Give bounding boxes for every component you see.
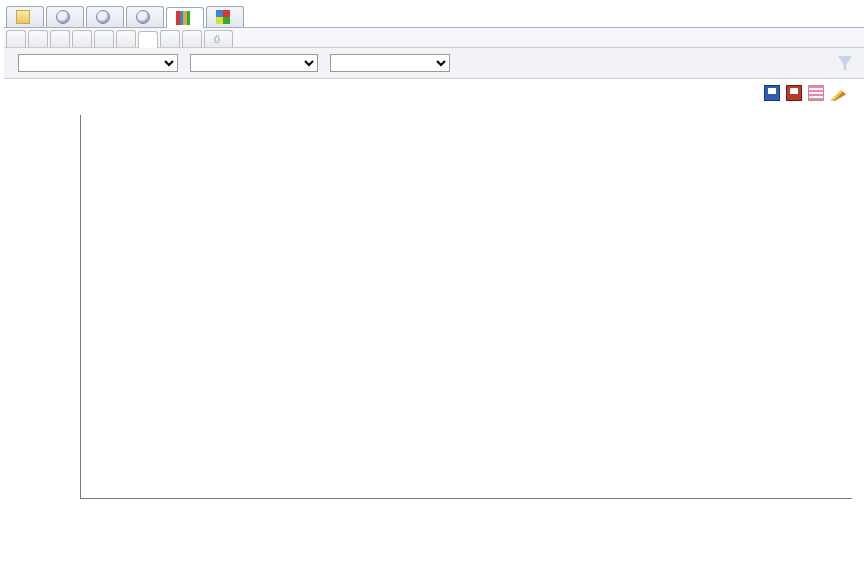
subtab-filtered-cdr[interactable]: ⎙ — [204, 30, 233, 47]
tab-map[interactable] — [206, 6, 244, 27]
subtab-rtcp-max[interactable] — [94, 30, 114, 47]
y-axis — [48, 115, 78, 499]
bulb-icon — [136, 10, 150, 24]
map-icon — [216, 10, 230, 24]
filter-select[interactable] — [190, 54, 318, 72]
tabs-level2: ⎙ — [4, 28, 864, 48]
subtab-rtp-statistic[interactable] — [50, 30, 70, 47]
chart-plot[interactable] — [80, 115, 852, 499]
tabs-level1 — [4, 4, 864, 28]
subtab-calls[interactable] — [28, 30, 48, 47]
save-icon[interactable] — [764, 85, 780, 101]
subtab-myvps[interactable] — [182, 30, 202, 47]
edit-icon[interactable] — [830, 85, 846, 101]
tab-legs-by-cid[interactable] — [86, 6, 124, 27]
x-axis — [80, 499, 852, 541]
tab-charts[interactable] — [166, 7, 204, 28]
subtab-sip[interactable] — [138, 31, 158, 48]
subtab-pdd-asr-sip[interactable] — [116, 30, 136, 47]
chart-icon — [176, 11, 190, 25]
bulb-icon — [96, 10, 110, 24]
tab-sip-history[interactable] — [46, 6, 84, 27]
interval-select[interactable] — [18, 54, 178, 72]
filter-bar — [4, 48, 864, 79]
subtab-rtcp-avg[interactable] — [72, 30, 92, 47]
filter-mini-icon: ⎙ — [214, 34, 219, 44]
tab-summary[interactable] — [6, 6, 44, 27]
tab-legs-by-header[interactable] — [126, 6, 164, 27]
list-icon[interactable] — [808, 85, 824, 101]
subtab-loss-acd[interactable] — [6, 30, 26, 47]
chart-toolbar — [744, 85, 846, 101]
chart-area — [12, 109, 856, 559]
subtab-codecs[interactable] — [160, 30, 180, 47]
apply-filter-link[interactable] — [838, 56, 856, 70]
save-remove-icon[interactable] — [786, 85, 802, 101]
direction-select[interactable] — [330, 54, 450, 72]
summary-icon — [16, 10, 30, 24]
funnel-icon — [838, 56, 852, 70]
chart-top-bar — [4, 79, 864, 105]
bulb-icon — [56, 10, 70, 24]
